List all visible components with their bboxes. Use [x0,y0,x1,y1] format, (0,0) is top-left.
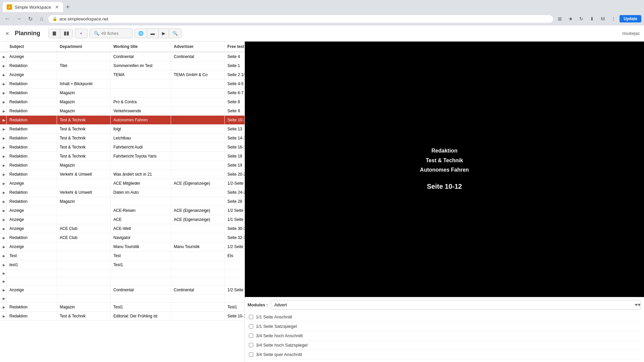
table-row[interactable]: ▶ Anzeige Continental Continental Seite … [0,52,245,61]
reload-button[interactable]: ↻ [25,14,35,23]
td-working-title: Was ändert sich in 21 [111,170,171,179]
table-row[interactable]: ▶ Redaktion Test & Technik Fahrbericht T… [0,152,245,161]
forward-button[interactable]: → [14,14,23,23]
table-row[interactable]: ▶ Redaktion Magazin Seite 28 [0,197,245,206]
td-subject: Anzeige [7,70,57,79]
table-row[interactable]: ▶ [0,269,245,278]
module-label[interactable]: 3/4 Seite hoch Anschnitt [256,333,303,338]
refresh-icon[interactable]: ↻ [577,14,586,23]
svg-rect-0 [53,32,56,36]
extensions-icon[interactable]: ⊞ [555,14,565,23]
td-department: Titel [57,61,111,70]
table-row[interactable]: ▶ Redaktion Test & Technik Editorial: De… [0,312,245,321]
single-col-button[interactable] [49,29,60,38]
table-row[interactable]: ▶ [0,278,245,286]
table-row[interactable]: ▶ Redaktion Verkehr & Umwelt Daten im Au… [0,188,245,197]
table-row[interactable]: ▶ Anzeige ACE Club ACE-Welt Seite 30-31 [0,224,245,233]
td-advertiser [171,161,225,170]
download-icon[interactable]: ⬇ [587,14,597,23]
table-row[interactable]: ▶ Redaktion Verkehr & Umwelt Was ändert … [0,170,245,179]
preview-image: Redaktion Test & Technik Autonomes Fahre… [245,42,644,297]
module-label[interactable]: 1/1 Seite Satzspiegel [256,324,297,329]
table-row[interactable]: ▶ Redaktion Magazin Verkehrswende Seite … [0,107,245,116]
modules-select[interactable]: Advert Editorial Other [271,300,641,310]
module-label[interactable]: 3/4 Seite quer Anschnitt [256,352,302,357]
user-name: rloubejac [622,31,640,36]
page-title: Planning [15,30,40,37]
expand-arrow-icon: ▶ [3,182,5,185]
td-working-title [111,161,171,170]
layout-button[interactable]: ▬ [147,29,159,38]
modules-row: Modules : Advert Editorial Other ▼ [248,300,641,310]
module-checkbox[interactable] [249,334,253,338]
module-label[interactable]: 3/4 Seite hoch Satzspiegel [256,343,308,348]
td-free-text: Seite 8 [225,98,245,106]
update-button[interactable]: Update [620,15,641,22]
table-row[interactable]: ▶ Redaktion Titel Sommerreifen im Test S… [0,61,245,70]
table-row[interactable]: ▶ Redaktion Magazin Pro & Contra Seite 8 [0,98,245,107]
td-expand: ▶ [0,88,7,97]
table-row[interactable]: ▶ Anzeige TEMA TEMA GmbH & Co Seite 2 1/… [0,70,245,79]
table-row[interactable]: ▶ Anzeige ACE Mitglieder ACE (Eigenanzei… [0,179,245,188]
td-free-text [225,295,245,302]
table-row[interactable]: ▶ Anzeige Manu Touristik Manu Touristik … [0,242,245,251]
close-button[interactable]: ✕ [4,30,11,37]
zoom-button[interactable]: 🔍 [169,29,181,38]
td-free-text: Seite 20-23 [225,170,245,179]
table-row[interactable]: ▶ Redaktion ACE Club Navigator Seite 32-… [0,233,245,242]
table-row[interactable]: ▶ Anzeige ACE-Reisen ACE (Eigenanzeige) … [0,206,245,215]
add-button[interactable]: + [75,28,88,38]
table-row[interactable]: ▶ Redaktion Inhalt + Blickpunkt Seite 4-… [0,79,245,88]
expand-arrow-icon: ▶ [3,200,5,203]
table-row[interactable]: ▶ Anzeige Continental Continental 1/2 Se… [0,286,245,295]
td-expand: ▶ [0,224,7,233]
table-row[interactable]: ▶ [0,295,245,303]
bookmark-icon[interactable]: ★ [566,14,575,23]
preview-text: Redaktion Test & Technik Autonomes Fahre… [420,146,469,192]
table-row[interactable]: ▶ Redaktion Test & Technik folgt Seite 1… [0,125,245,134]
url-bar[interactable]: 🔒 ace.simpleworkspace.net [48,15,553,23]
module-checkbox[interactable] [249,315,253,319]
td-expand: ▶ [0,125,7,133]
svg-rect-1 [64,32,66,36]
profile-icon[interactable]: M [598,14,607,23]
td-advertiser [171,116,225,124]
table-row[interactable]: ▶ Redaktion Magazin Seite 19 [0,161,245,170]
table-row[interactable]: ▶ Redaktion Magazin Test1 Test1 [0,303,245,312]
td-expand: ▶ [0,79,7,88]
td-working-title: Continental [111,52,171,61]
module-checkbox[interactable] [249,343,253,347]
td-expand: ▶ [0,98,7,106]
table-row[interactable]: ▶ Test Test Ets [0,251,245,260]
globe-button[interactable]: 🌐 [135,29,147,38]
td-subject: Redaktion [7,61,57,70]
table-row[interactable]: ▶ Redaktion Test & Technik Autonomes Fah… [0,116,245,125]
td-advertiser [171,79,225,88]
home-button[interactable]: ⌂ [37,14,46,23]
td-subject: Redaktion [7,134,57,142]
td-working-title: Test1 [111,260,171,269]
td-department [57,70,111,79]
module-checkbox[interactable] [249,352,253,357]
module-label[interactable]: 1/1 Seite Anschnitt [256,314,292,319]
back-button[interactable]: ← [3,14,12,23]
td-department: Test & Technik [57,125,111,133]
table-row[interactable]: ▶ Anzeige ACE ACE (Eigenanzeige) 1/1 Sei… [0,215,245,224]
active-tab[interactable]: S Simple Workspace ✕ [3,2,63,12]
double-col-button[interactable] [60,29,72,38]
table-row[interactable]: ▶ Redaktion Magazin Seite 6-7 [0,88,245,98]
td-working-title: TEMA [111,70,171,79]
td-department: Test & Technik [57,143,111,152]
td-department [57,215,111,224]
browser-toolbar-right: ⊞ ★ ↻ ⬇ M ⋮ Update [555,14,641,23]
new-tab-button[interactable]: + [63,2,72,12]
table-row[interactable]: ▶ Redaktion Test & Technik Leichtbau Sei… [0,134,245,143]
search-bar[interactable]: 🔍 [90,28,132,38]
module-checkbox[interactable] [249,324,253,328]
search-input[interactable] [101,31,128,36]
table-row[interactable]: ▶ Redaktion Test & Technik Fahrbericht A… [0,143,245,152]
more-icon[interactable]: ⋮ [609,14,618,23]
play-button[interactable]: ▶ [159,29,169,38]
table-row[interactable]: ▶ test1 Test1 [0,260,245,269]
tab-close-icon[interactable]: ✕ [55,4,59,10]
